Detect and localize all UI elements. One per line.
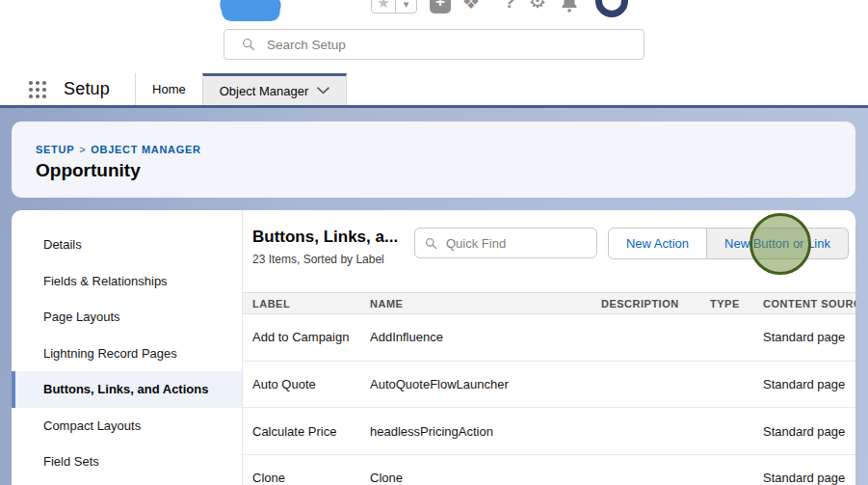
sidebar-item-label: Fields & Relationships	[43, 274, 168, 288]
favorites-dropdown-icon[interactable]: ▾	[396, 0, 416, 13]
column-header-label[interactable]: LABEL	[243, 298, 360, 310]
quick-find-box[interactable]	[414, 228, 597, 258]
list-title: Buttons, Links, a...	[252, 228, 414, 247]
sidebar-item-fields-relationships[interactable]: Fields & Relationships	[12, 263, 242, 300]
cell-name: AddInfluence	[360, 330, 592, 344]
list-panel-header: Buttons, Links, a... 23 Items, Sorted by…	[243, 228, 855, 292]
setup-search-input[interactable]	[267, 38, 634, 52]
setup-nav-bar: Setup Home Object Manager	[0, 73, 868, 108]
object-header-card: SETUP>OBJECT MANAGER Opportunity	[12, 121, 855, 198]
cell-name: Clone	[360, 471, 592, 485]
notifications-bell-icon[interactable]	[559, 0, 580, 14]
sidebar-item-lightning-record-pages[interactable]: Lightning Record Pages	[12, 336, 242, 372]
sidebar-item-page-layouts[interactable]: Page Layouts	[12, 299, 242, 336]
cell-label[interactable]: Calculate Price	[243, 424, 360, 439]
sidebar-item-label: Field Sets	[43, 454, 99, 469]
object-sidebar: Details Fields & Relationships Page Layo…	[12, 210, 243, 485]
search-icon	[242, 38, 255, 51]
setup-app-title: Setup	[64, 79, 110, 99]
cell-content-source: Standard page	[753, 377, 855, 391]
new-action-button[interactable]: New Action	[608, 228, 707, 259]
setup-tabs: Home Object Manager	[135, 73, 347, 105]
column-header-content-source[interactable]: CONTENT SOURCE	[753, 298, 855, 310]
table-row: Clone Clone Standard page	[243, 455, 855, 485]
list-subtitle: 23 Items, Sorted by Label	[252, 253, 414, 266]
column-header-name[interactable]: NAME	[360, 298, 592, 310]
list-actions: New Action New Button or Link	[608, 228, 849, 259]
cell-name: headlessPricingAction	[360, 424, 592, 439]
table-row: Calculate Price headlessPricingAction St…	[243, 408, 855, 455]
cell-name: AutoQuoteFlowLauncher	[360, 377, 592, 391]
setup-search-bar[interactable]	[224, 29, 644, 60]
table-row: Auto Quote AutoQuoteFlowLauncher Standar…	[243, 362, 855, 409]
user-avatar[interactable]	[595, 0, 628, 17]
help-icon[interactable]: ?	[500, 0, 519, 13]
quick-find-input[interactable]	[446, 236, 587, 251]
global-add-icon[interactable]: +	[430, 0, 451, 13]
sidebar-item-field-sets[interactable]: Field Sets	[12, 444, 242, 480]
sidebar-item-label: Buttons, Links, and Actions	[43, 382, 208, 396]
search-icon	[425, 237, 437, 250]
column-header-type[interactable]: TYPE	[700, 298, 753, 310]
breadcrumb: SETUP>OBJECT MANAGER	[36, 144, 855, 155]
setup-gear-icon[interactable]: ⚙	[527, 0, 548, 13]
cell-label[interactable]: Add to Campaign	[243, 330, 360, 344]
table-row: Add to Campaign AddInfluence Standard pa…	[243, 314, 855, 362]
cell-content-source: Standard page	[753, 471, 855, 485]
breadcrumb-separator: >	[74, 144, 91, 155]
cell-label[interactable]: Clone	[243, 471, 360, 485]
sidebar-item-details[interactable]: Details	[12, 227, 242, 263]
tab-object-manager-label: Object Manager	[220, 84, 309, 98]
sidebar-item-label: Compact Layouts	[43, 418, 141, 433]
cell-content-source: Standard page	[753, 424, 855, 439]
tab-home[interactable]: Home	[135, 73, 202, 105]
chevron-down-icon	[317, 87, 329, 94]
app-launcher-waffle-icon[interactable]	[27, 79, 48, 100]
breadcrumb-object-manager-link[interactable]: OBJECT MANAGER	[91, 144, 200, 155]
page-background: SETUP>OBJECT MANAGER Opportunity Details…	[0, 108, 868, 485]
favorites-star-icon[interactable]: ★	[372, 0, 396, 13]
new-button-or-link-button[interactable]: New Button or Link	[707, 228, 849, 259]
column-header-description[interactable]: DESCRIPTION	[592, 298, 700, 310]
object-content-card: Details Fields & Relationships Page Layo…	[12, 210, 855, 485]
list-panel: Buttons, Links, a... 23 Items, Sorted by…	[243, 210, 855, 485]
favorites-button-group[interactable]: ★ ▾	[371, 0, 417, 13]
sidebar-item-label: Page Layouts	[43, 310, 120, 324]
apps-icon[interactable]: ❖	[460, 0, 483, 13]
global-header: ★ ▾ + ❖ ? ⚙	[0, 0, 868, 73]
page-title: Opportunity	[36, 160, 855, 181]
tab-home-label: Home	[152, 82, 186, 96]
cell-label[interactable]: Auto Quote	[243, 377, 360, 391]
sidebar-item-buttons-links-actions[interactable]: Buttons, Links, and Actions	[12, 371, 242, 408]
tab-object-manager[interactable]: Object Manager	[202, 73, 348, 105]
salesforce-cloud-logo	[216, 0, 283, 23]
sidebar-item-label: Lightning Record Pages	[43, 346, 177, 361]
table-header-row: LABEL NAME DESCRIPTION TYPE CONTENT SOUR…	[243, 292, 855, 314]
cell-content-source: Standard page	[753, 330, 855, 344]
sidebar-item-compact-layouts[interactable]: Compact Layouts	[12, 408, 242, 445]
buttons-links-table: LABEL NAME DESCRIPTION TYPE CONTENT SOUR…	[243, 292, 855, 485]
breadcrumb-setup-link[interactable]: SETUP	[36, 144, 74, 155]
sidebar-item-label: Details	[43, 237, 82, 252]
